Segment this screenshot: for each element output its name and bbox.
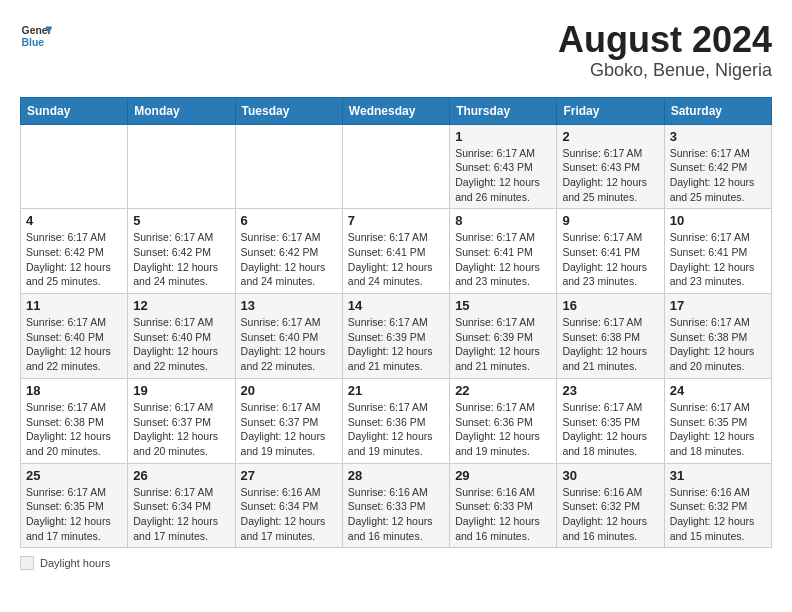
day-number: 6 <box>241 213 337 228</box>
logo-icon: General Blue <box>20 20 52 52</box>
day-cell: 4Sunrise: 6:17 AM Sunset: 6:42 PM Daylig… <box>21 209 128 294</box>
day-number: 13 <box>241 298 337 313</box>
day-cell: 12Sunrise: 6:17 AM Sunset: 6:40 PM Dayli… <box>128 294 235 379</box>
day-info: Sunrise: 6:16 AM Sunset: 6:33 PM Dayligh… <box>348 485 444 544</box>
day-info: Sunrise: 6:17 AM Sunset: 6:40 PM Dayligh… <box>133 315 229 374</box>
footnote: Daylight hours <box>20 556 772 570</box>
footnote-text: Daylight hours <box>40 557 110 569</box>
day-cell: 15Sunrise: 6:17 AM Sunset: 6:39 PM Dayli… <box>450 294 557 379</box>
day-info: Sunrise: 6:17 AM Sunset: 6:40 PM Dayligh… <box>241 315 337 374</box>
day-number: 12 <box>133 298 229 313</box>
day-cell: 24Sunrise: 6:17 AM Sunset: 6:35 PM Dayli… <box>664 378 771 463</box>
day-info: Sunrise: 6:16 AM Sunset: 6:32 PM Dayligh… <box>562 485 658 544</box>
week-row-3: 11Sunrise: 6:17 AM Sunset: 6:40 PM Dayli… <box>21 294 772 379</box>
weekday-header-saturday: Saturday <box>664 97 771 124</box>
day-info: Sunrise: 6:17 AM Sunset: 6:37 PM Dayligh… <box>241 400 337 459</box>
day-cell: 17Sunrise: 6:17 AM Sunset: 6:38 PM Dayli… <box>664 294 771 379</box>
page-header: General Blue August 2024 Gboko, Benue, N… <box>20 20 772 81</box>
day-number: 26 <box>133 468 229 483</box>
logo: General Blue <box>20 20 52 52</box>
day-number: 23 <box>562 383 658 398</box>
day-cell: 3Sunrise: 6:17 AM Sunset: 6:42 PM Daylig… <box>664 124 771 209</box>
day-cell: 27Sunrise: 6:16 AM Sunset: 6:34 PM Dayli… <box>235 463 342 548</box>
day-info: Sunrise: 6:17 AM Sunset: 6:35 PM Dayligh… <box>26 485 122 544</box>
day-cell: 21Sunrise: 6:17 AM Sunset: 6:36 PM Dayli… <box>342 378 449 463</box>
day-info: Sunrise: 6:17 AM Sunset: 6:41 PM Dayligh… <box>455 230 551 289</box>
day-cell: 22Sunrise: 6:17 AM Sunset: 6:36 PM Dayli… <box>450 378 557 463</box>
day-info: Sunrise: 6:17 AM Sunset: 6:39 PM Dayligh… <box>348 315 444 374</box>
day-number: 16 <box>562 298 658 313</box>
day-info: Sunrise: 6:16 AM Sunset: 6:33 PM Dayligh… <box>455 485 551 544</box>
week-row-4: 18Sunrise: 6:17 AM Sunset: 6:38 PM Dayli… <box>21 378 772 463</box>
day-number: 27 <box>241 468 337 483</box>
day-cell: 1Sunrise: 6:17 AM Sunset: 6:43 PM Daylig… <box>450 124 557 209</box>
day-info: Sunrise: 6:17 AM Sunset: 6:41 PM Dayligh… <box>348 230 444 289</box>
day-cell: 26Sunrise: 6:17 AM Sunset: 6:34 PM Dayli… <box>128 463 235 548</box>
svg-text:Blue: Blue <box>22 37 45 48</box>
day-info: Sunrise: 6:17 AM Sunset: 6:36 PM Dayligh… <box>348 400 444 459</box>
day-cell <box>128 124 235 209</box>
day-info: Sunrise: 6:17 AM Sunset: 6:39 PM Dayligh… <box>455 315 551 374</box>
day-info: Sunrise: 6:17 AM Sunset: 6:36 PM Dayligh… <box>455 400 551 459</box>
day-info: Sunrise: 6:17 AM Sunset: 6:42 PM Dayligh… <box>26 230 122 289</box>
day-number: 9 <box>562 213 658 228</box>
day-number: 21 <box>348 383 444 398</box>
day-number: 31 <box>670 468 766 483</box>
day-cell: 9Sunrise: 6:17 AM Sunset: 6:41 PM Daylig… <box>557 209 664 294</box>
day-number: 5 <box>133 213 229 228</box>
calendar-table: SundayMondayTuesdayWednesdayThursdayFrid… <box>20 97 772 549</box>
day-info: Sunrise: 6:17 AM Sunset: 6:40 PM Dayligh… <box>26 315 122 374</box>
day-cell: 23Sunrise: 6:17 AM Sunset: 6:35 PM Dayli… <box>557 378 664 463</box>
footnote-box <box>20 556 34 570</box>
day-number: 14 <box>348 298 444 313</box>
title-block: August 2024 Gboko, Benue, Nigeria <box>558 20 772 81</box>
day-number: 11 <box>26 298 122 313</box>
day-number: 3 <box>670 129 766 144</box>
day-info: Sunrise: 6:17 AM Sunset: 6:38 PM Dayligh… <box>670 315 766 374</box>
day-info: Sunrise: 6:17 AM Sunset: 6:43 PM Dayligh… <box>562 146 658 205</box>
day-number: 20 <box>241 383 337 398</box>
day-cell: 16Sunrise: 6:17 AM Sunset: 6:38 PM Dayli… <box>557 294 664 379</box>
day-info: Sunrise: 6:16 AM Sunset: 6:34 PM Dayligh… <box>241 485 337 544</box>
day-number: 25 <box>26 468 122 483</box>
day-cell: 13Sunrise: 6:17 AM Sunset: 6:40 PM Dayli… <box>235 294 342 379</box>
day-info: Sunrise: 6:17 AM Sunset: 6:37 PM Dayligh… <box>133 400 229 459</box>
week-row-1: 1Sunrise: 6:17 AM Sunset: 6:43 PM Daylig… <box>21 124 772 209</box>
weekday-header-sunday: Sunday <box>21 97 128 124</box>
day-number: 8 <box>455 213 551 228</box>
day-cell: 2Sunrise: 6:17 AM Sunset: 6:43 PM Daylig… <box>557 124 664 209</box>
day-cell: 19Sunrise: 6:17 AM Sunset: 6:37 PM Dayli… <box>128 378 235 463</box>
day-number: 1 <box>455 129 551 144</box>
day-info: Sunrise: 6:17 AM Sunset: 6:42 PM Dayligh… <box>133 230 229 289</box>
day-cell: 18Sunrise: 6:17 AM Sunset: 6:38 PM Dayli… <box>21 378 128 463</box>
day-number: 30 <box>562 468 658 483</box>
day-info: Sunrise: 6:17 AM Sunset: 6:35 PM Dayligh… <box>670 400 766 459</box>
week-row-5: 25Sunrise: 6:17 AM Sunset: 6:35 PM Dayli… <box>21 463 772 548</box>
day-number: 18 <box>26 383 122 398</box>
weekday-header-monday: Monday <box>128 97 235 124</box>
day-cell <box>342 124 449 209</box>
day-info: Sunrise: 6:17 AM Sunset: 6:38 PM Dayligh… <box>562 315 658 374</box>
day-cell: 10Sunrise: 6:17 AM Sunset: 6:41 PM Dayli… <box>664 209 771 294</box>
day-info: Sunrise: 6:17 AM Sunset: 6:35 PM Dayligh… <box>562 400 658 459</box>
weekday-header-row: SundayMondayTuesdayWednesdayThursdayFrid… <box>21 97 772 124</box>
day-info: Sunrise: 6:17 AM Sunset: 6:34 PM Dayligh… <box>133 485 229 544</box>
day-number: 28 <box>348 468 444 483</box>
day-info: Sunrise: 6:17 AM Sunset: 6:42 PM Dayligh… <box>241 230 337 289</box>
day-number: 17 <box>670 298 766 313</box>
day-number: 15 <box>455 298 551 313</box>
weekday-header-thursday: Thursday <box>450 97 557 124</box>
day-cell: 30Sunrise: 6:16 AM Sunset: 6:32 PM Dayli… <box>557 463 664 548</box>
day-cell <box>21 124 128 209</box>
day-cell <box>235 124 342 209</box>
day-info: Sunrise: 6:17 AM Sunset: 6:41 PM Dayligh… <box>670 230 766 289</box>
day-cell: 7Sunrise: 6:17 AM Sunset: 6:41 PM Daylig… <box>342 209 449 294</box>
day-cell: 28Sunrise: 6:16 AM Sunset: 6:33 PM Dayli… <box>342 463 449 548</box>
day-number: 19 <box>133 383 229 398</box>
day-info: Sunrise: 6:17 AM Sunset: 6:43 PM Dayligh… <box>455 146 551 205</box>
weekday-header-tuesday: Tuesday <box>235 97 342 124</box>
day-info: Sunrise: 6:16 AM Sunset: 6:32 PM Dayligh… <box>670 485 766 544</box>
day-number: 7 <box>348 213 444 228</box>
day-cell: 20Sunrise: 6:17 AM Sunset: 6:37 PM Dayli… <box>235 378 342 463</box>
day-number: 4 <box>26 213 122 228</box>
